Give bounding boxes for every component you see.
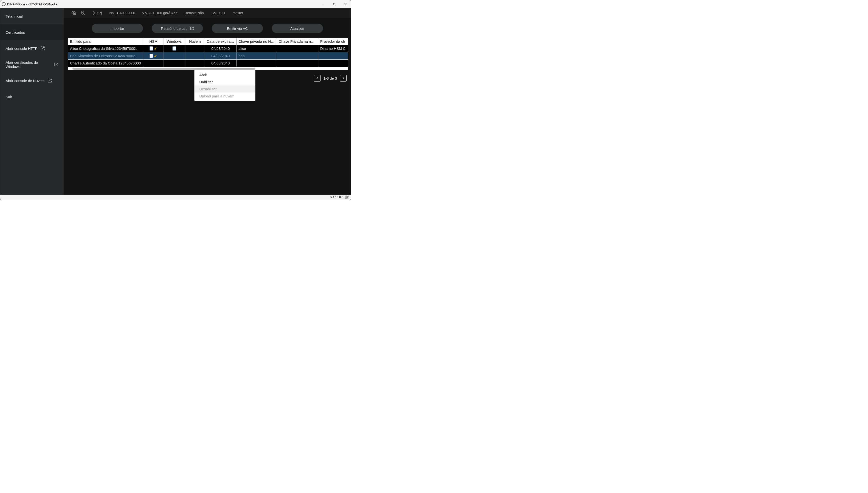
cell-hsm-priv <box>236 60 277 67</box>
cell-hsm <box>144 60 163 67</box>
context-menu-item[interactable]: Habilitar <box>195 78 255 85</box>
import-button[interactable]: Importar <box>92 24 143 33</box>
sidebar-item-certificates[interactable]: Certificados <box>0 24 64 40</box>
certificate-icon <box>150 46 153 50</box>
titlebar[interactable]: DINAMOcon - KEY-STATION\Nadia <box>0 0 351 8</box>
svg-rect-5 <box>155 47 157 49</box>
refresh-button[interactable]: Atualizar <box>272 24 323 33</box>
visibility-off-icon <box>71 10 76 16</box>
cell-hsm <box>144 52 163 60</box>
external-link-icon <box>41 46 45 50</box>
cell-issued-to: Charlie Autenticado da Costa:12345670003 <box>68 60 144 67</box>
table-row[interactable]: Alice Criptografica da Silva:12345670001… <box>68 45 348 52</box>
cell-expires: 04/08/2040 <box>205 52 236 60</box>
external-link-icon <box>48 78 52 83</box>
maximize-button[interactable] <box>328 0 340 8</box>
app-body: Tela Inicial Certificados Abrir console … <box>0 8 351 195</box>
cell-cloud-priv <box>277 60 318 67</box>
app-window: DINAMOcon - KEY-STATION\Nadia Tela Inici… <box>0 0 351 200</box>
button-label: Relatório de uso <box>161 26 187 30</box>
cell-cloud <box>185 52 205 60</box>
button-label: Emitir via AC <box>227 26 248 30</box>
svg-rect-7 <box>155 55 157 56</box>
cell-windows <box>163 45 185 52</box>
col-hsm[interactable]: HSM <box>144 38 163 45</box>
cell-windows <box>163 60 185 67</box>
context-menu-item[interactable]: Abrir <box>195 71 255 78</box>
usage-report-button[interactable]: Relatório de uso <box>152 24 203 33</box>
pagination-label: 1-3 de 3 <box>323 76 337 80</box>
status-ip: 127.0.0.1 <box>211 11 225 15</box>
resize-grip[interactable] <box>345 196 349 199</box>
status-version: v.5.3.0.0-100-gc4f375b <box>142 11 177 15</box>
context-menu-item: Desabilitar <box>195 85 255 92</box>
col-expires[interactable]: Data de expiração <box>205 38 236 45</box>
cell-cloud <box>185 60 205 67</box>
certificate-icon <box>173 46 176 50</box>
col-provider[interactable]: Provedor da ch <box>318 38 348 45</box>
minimize-button[interactable] <box>317 0 328 8</box>
cell-expires: 04/08/2040 <box>205 60 236 67</box>
cell-cloud <box>185 45 205 52</box>
app-version-label: v 4.13.0.0 <box>330 196 343 199</box>
chevron-left-icon <box>316 77 318 79</box>
window-title: DINAMOcon - KEY-STATION\Nadia <box>7 2 57 6</box>
button-label: Atualizar <box>290 26 304 30</box>
external-link-icon <box>54 62 58 67</box>
page-next-button[interactable] <box>340 75 347 82</box>
action-row: Importar Relatório de uso Emitir via AC … <box>64 18 351 38</box>
cell-issued-to: Alice Criptografica da Silva:12345670001 <box>68 45 144 52</box>
cell-hsm-priv: alice <box>236 45 277 52</box>
col-hsm-priv[interactable]: Chave privada no HSM <box>236 38 277 45</box>
sidebar-item-label: Sair <box>6 95 12 99</box>
col-windows[interactable]: Windows <box>163 38 185 45</box>
statusbar: v 4.13.0.0 <box>0 195 351 200</box>
certificates-table-wrap: Emitido para HSM Windows Nuvem Data de e… <box>68 38 348 67</box>
certificates-table[interactable]: Emitido para HSM Windows Nuvem Data de e… <box>68 38 348 67</box>
cell-provider <box>318 60 348 67</box>
cell-hsm <box>144 45 163 52</box>
status-serial: NS TCA0000000 <box>109 11 135 15</box>
context-menu-item: Upload para a nuvem <box>195 92 255 100</box>
close-button[interactable] <box>340 0 351 8</box>
col-cloud-priv[interactable]: Chave Privada na nuv... <box>277 38 318 45</box>
sidebar-item-label: Tela Inicial <box>6 14 23 18</box>
issue-via-ca-button[interactable]: Emitir via AC <box>212 24 263 33</box>
sidebar-item-cloud-console[interactable]: Abrir console de Nuvem <box>0 72 64 89</box>
table-row[interactable]: Charlie Autenticado da Costa:12345670003… <box>68 60 348 67</box>
sidebar-item-label: Abrir console de Nuvem <box>6 79 45 83</box>
chevron-right-icon <box>342 77 344 79</box>
cell-provider: Dinamo HSM C <box>318 45 348 52</box>
status-mode: (DXP) <box>93 11 102 15</box>
sidebar-item-home[interactable]: Tela Inicial <box>0 8 64 24</box>
sidebar-item-windows-certs[interactable]: Abrir certificados do Windows <box>0 57 64 72</box>
context-menu[interactable]: AbrirHabilitarDesabilitarUpload para a n… <box>195 70 255 101</box>
cell-windows <box>163 52 185 60</box>
cell-expires: 04/08/2040 <box>205 45 236 52</box>
table-row[interactable]: Bob Simetrico de Orleans:1234567000204/0… <box>68 52 348 60</box>
sidebar-item-label: Certificados <box>6 30 25 35</box>
key-icon <box>154 47 157 50</box>
col-cloud[interactable]: Nuvem <box>185 38 205 45</box>
main-panel: (DXP) NS TCA0000000 v.5.3.0.0-100-gc4f37… <box>64 8 351 195</box>
cell-provider <box>318 52 348 60</box>
cell-cloud-priv <box>277 52 318 60</box>
key-icon <box>154 54 157 58</box>
scrollbar-thumb[interactable] <box>72 68 255 70</box>
col-issued-to[interactable]: Emitido para <box>68 38 144 45</box>
status-user: master <box>233 11 243 15</box>
external-link-icon <box>190 26 194 30</box>
sidebar-item-label: Abrir certificados do Windows <box>6 60 51 69</box>
status-remote: Remote Não <box>185 11 204 15</box>
button-label: Importar <box>111 26 124 30</box>
sidebar-item-http-console[interactable]: Abrir console HTTP <box>0 40 64 57</box>
sidebar: Tela Inicial Certificados Abrir console … <box>0 8 64 195</box>
cell-cloud-priv <box>277 45 318 52</box>
cell-hsm-priv: bob <box>236 52 277 60</box>
table-header-row: Emitido para HSM Windows Nuvem Data de e… <box>68 38 348 45</box>
page-prev-button[interactable] <box>314 75 321 82</box>
status-topbar: (DXP) NS TCA0000000 v.5.3.0.0-100-gc4f37… <box>64 8 351 18</box>
app-icon <box>2 2 6 6</box>
certificate-icon <box>150 54 153 58</box>
sidebar-item-exit[interactable]: Sair <box>0 89 64 105</box>
